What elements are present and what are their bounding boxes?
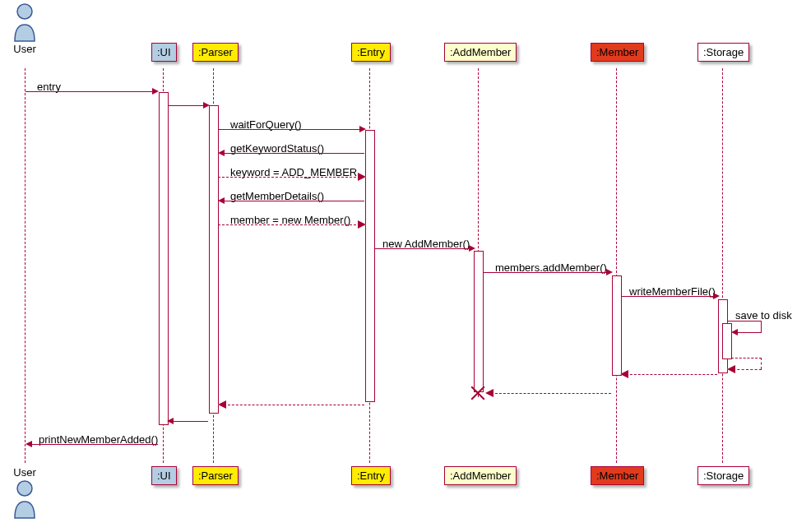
- participant-user-bottom: User: [0, 466, 49, 479]
- participant-member-bottom: :Member: [591, 466, 644, 485]
- participant-entry-top: :Entry: [351, 43, 391, 62]
- message-save-to-disk: save to disk: [735, 309, 792, 322]
- participant-user-top: User: [0, 43, 49, 55]
- participant-addmember-bottom: :AddMember: [444, 466, 517, 485]
- participant-storage-top: :Storage: [697, 43, 749, 62]
- participant-member-top: :Member: [591, 43, 644, 62]
- participant-parser-bottom: :Parser: [192, 466, 239, 485]
- svg-point-1: [17, 481, 32, 496]
- participant-entry-bottom: :Entry: [351, 466, 391, 485]
- actor-icon: [12, 480, 38, 520]
- svg-point-0: [17, 4, 32, 19]
- destroy-icon: [470, 386, 485, 400]
- participant-addmember-top: :AddMember: [444, 43, 517, 62]
- participant-ui-top: :UI: [151, 43, 177, 62]
- actor-icon: [12, 3, 38, 43]
- participant-ui-bottom: :UI: [151, 466, 177, 485]
- participant-storage-bottom: :Storage: [697, 466, 749, 485]
- participant-parser-top: :Parser: [192, 43, 239, 62]
